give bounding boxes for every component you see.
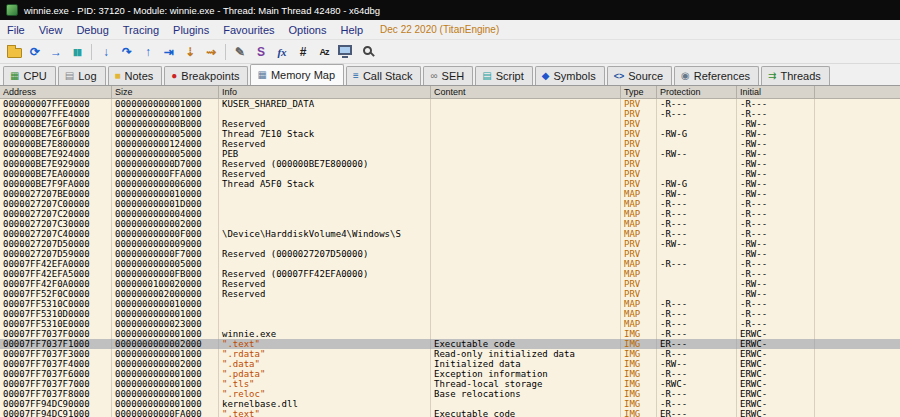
memory-map-row[interactable]: 00007FF5310D00000000000000001000MAP-R---…: [0, 309, 900, 319]
column-header-size[interactable]: Size: [112, 86, 219, 98]
trace-over-button[interactable]: ⇝: [201, 42, 221, 62]
memory-map-row[interactable]: 00007FF7037F40000000000000002000".data"I…: [0, 359, 900, 369]
toolbar-separator: [225, 44, 226, 60]
menu-tracing[interactable]: Tracing: [116, 22, 166, 38]
memory-map-row[interactable]: 00007FF42EFA500000000000000FB000Reserved…: [0, 269, 900, 279]
memory-map-row[interactable]: 00007FF7037F10000000000000002000".text"E…: [0, 339, 900, 349]
cell-initial: ERWC-: [737, 339, 815, 349]
find-magnifier-button[interactable]: [356, 42, 376, 62]
run-button[interactable]: →: [46, 42, 66, 62]
tab-breakpoints[interactable]: ●Breakpoints: [164, 66, 248, 85]
step-over-button[interactable]: ↷: [117, 42, 137, 62]
tab-threads[interactable]: ⇉Threads: [761, 66, 830, 85]
column-header-content[interactable]: Content: [431, 86, 621, 98]
cell-type: MAP: [621, 319, 657, 329]
menu-favourites[interactable]: Favourites: [216, 22, 281, 38]
tab-call-stack[interactable]: ≡Call Stack: [346, 66, 421, 85]
open-file-button[interactable]: [4, 42, 24, 62]
memory-map-row[interactable]: 00007FF7037F30000000000000001000".rdata"…: [0, 349, 900, 359]
memory-map-row[interactable]: 000000BE7E6FB0000000000000005000Thread 7…: [0, 129, 900, 139]
memory-map-row[interactable]: 000000BE7E92900000000000000D7000Reserved…: [0, 159, 900, 169]
column-header-type[interactable]: Type: [621, 86, 657, 98]
cell-type: MAP: [621, 209, 657, 219]
memory-map-row[interactable]: 00007FF7037F80000000000000001000".reloc"…: [0, 389, 900, 399]
memory-map-row[interactable]: 0000027207D5900000000000000F7000Reserved…: [0, 249, 900, 259]
memory-map-row[interactable]: 000000BE7EA000000000000000FFA000Reserved…: [0, 169, 900, 179]
trace-into-button[interactable]: ⇣: [180, 42, 200, 62]
tab-cpu[interactable]: ▦CPU: [3, 66, 56, 85]
menu-debug[interactable]: Debug: [69, 22, 115, 38]
cell-filler: [815, 99, 900, 109]
menu-plugins[interactable]: Plugins: [166, 22, 216, 38]
memory-map-row[interactable]: 0000027207C200000000000000004000MAP-R---…: [0, 209, 900, 219]
cell-initial: ERWC-: [737, 359, 815, 369]
fx-button[interactable]: fx: [272, 42, 292, 62]
memory-map-row[interactable]: 00007FF52F0C00000000000002000000Reserved…: [0, 289, 900, 299]
memory-map-row[interactable]: 0000027207C300000000000000002000MAP-R---…: [0, 219, 900, 229]
step-out-button[interactable]: ↑: [138, 42, 158, 62]
scylla-button[interactable]: S: [251, 42, 271, 62]
cell-size: 0000000002000000: [112, 289, 219, 299]
cell-protection: -R---: [657, 389, 737, 399]
patch-pencil-button[interactable]: ✎: [230, 42, 250, 62]
cell-address: 00007FF42EFA5000: [0, 269, 112, 279]
tab-log[interactable]: ▤Log: [58, 66, 106, 85]
memory-map-row[interactable]: 00007FF7037F00000000000000001000winnie.e…: [0, 329, 900, 339]
memory-map-row[interactable]: 000000BE7E8000000000000000124000Reserved…: [0, 139, 900, 149]
patch-hash-button[interactable]: #: [293, 42, 313, 62]
column-header-address[interactable]: Address: [0, 86, 112, 98]
cell-info: [219, 189, 431, 199]
assemble-az-button[interactable]: Az: [314, 42, 334, 62]
column-header-initial[interactable]: Initial: [737, 86, 815, 98]
cell-address: 0000027207C40000: [0, 229, 112, 239]
tab-references[interactable]: ◉References: [674, 66, 759, 85]
tab-memory-map[interactable]: ▦Memory Map: [250, 64, 344, 85]
cell-content: Executable code: [431, 339, 621, 349]
cell-filler: [815, 399, 900, 409]
cell-initial: ERWC-: [737, 329, 815, 339]
memory-map-row[interactable]: 00007FF42F0A00000000000100020000Reserved…: [0, 279, 900, 289]
memory-map-row[interactable]: 00007FF5310C00000000000000010000MAP-R---…: [0, 299, 900, 309]
tab-seh[interactable]: ∞SEH: [423, 66, 473, 85]
menu-help[interactable]: Help: [333, 22, 370, 38]
memory-map-row[interactable]: 000000007FFE40000000000000001000PRV-R---…: [0, 109, 900, 119]
run-to-cursor-button[interactable]: ⇥: [159, 42, 179, 62]
menu-options[interactable]: Options: [282, 22, 334, 38]
memory-map-row[interactable]: 00007FF5310E00000000000000023000MAP-R---…: [0, 319, 900, 329]
column-header-protection[interactable]: Protection: [657, 86, 737, 98]
window-title: winnie.exe - PID: 37120 - Module: winnie…: [24, 5, 380, 16]
tab-source[interactable]: <>Source: [607, 66, 672, 85]
cell-info: kernelbase.dll: [219, 399, 431, 409]
step-into-button[interactable]: ↓: [96, 42, 116, 62]
pause-button[interactable]: ▮▮: [67, 42, 87, 62]
memory-map-row[interactable]: 0000027207C00000000000000001D000MAP-R---…: [0, 199, 900, 209]
toolbar-separator: [91, 44, 92, 60]
cell-size: 0000000000124000: [112, 139, 219, 149]
memory-map-row[interactable]: 000000BE7F9FA0000000000000006000Thread A…: [0, 179, 900, 189]
memory-map-row[interactable]: 000000BE7E6F0000000000000000B000Reserved…: [0, 119, 900, 129]
memory-map-row[interactable]: 00007FF7037F60000000000000001000".pdata"…: [0, 369, 900, 379]
tab-script[interactable]: ▤Script: [475, 66, 533, 85]
memory-map-row[interactable]: 00007FF7037F70000000000000001000".tls"Th…: [0, 379, 900, 389]
cell-info: \Device\HarddiskVolume4\Windows\S: [219, 229, 431, 239]
memory-map-row[interactable]: 0000027207BE00000000000000010000MAP-RW--…: [0, 189, 900, 199]
memory-map-row[interactable]: 000000BE7E9240000000000000005000PEBPRV-R…: [0, 149, 900, 159]
attach-computer-button[interactable]: [335, 42, 355, 62]
memory-map-row[interactable]: 0000027207D500000000000000009000PRV-RW--…: [0, 239, 900, 249]
memory-map-row[interactable]: 00007FF94DC900000000000000001000kernelba…: [0, 399, 900, 409]
tab-symbols[interactable]: ◆Symbols: [535, 66, 605, 85]
memory-map-row[interactable]: 00007FF94DC9100000000000000FA000".text"E…: [0, 409, 900, 417]
cell-protection: -R---: [657, 319, 737, 329]
cell-info: KUSER_SHARED_DATA: [219, 99, 431, 109]
memory-map-row[interactable]: 000000007FFE00000000000000001000KUSER_SH…: [0, 99, 900, 109]
memory-map-row[interactable]: 0000027207C40000000000000000F000\Device\…: [0, 229, 900, 239]
restart-button[interactable]: ⟳: [25, 42, 45, 62]
x64dbg-window: winnie.exe - PID: 37120 - Module: winnie…: [0, 0, 900, 417]
menu-file[interactable]: File: [0, 22, 32, 38]
tab-notes[interactable]: ■Notes: [108, 66, 163, 85]
column-header-info[interactable]: Info: [219, 86, 431, 98]
memory-map-row[interactable]: 00007FF42EFA00000000000000005000MAP-R---…: [0, 259, 900, 269]
cell-address: 000000BE7E929000: [0, 159, 112, 169]
cell-type: MAP: [621, 299, 657, 309]
menu-view[interactable]: View: [32, 22, 70, 38]
